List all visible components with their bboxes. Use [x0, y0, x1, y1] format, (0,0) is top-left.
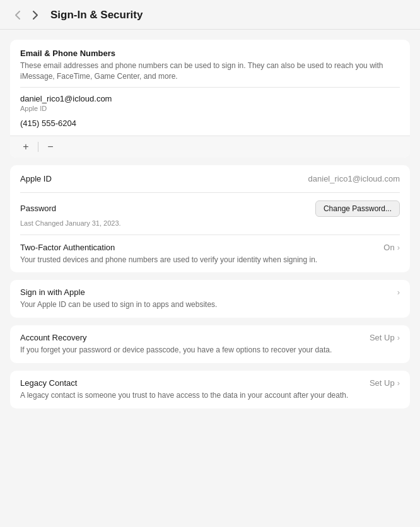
window: Sign-In & Security Email & Phone Numbers… [0, 0, 420, 527]
legacy-setup-right: Set Up › [370, 378, 400, 388]
email-value: daniel_rico1@icloud.com [20, 94, 400, 103]
add-remove-row: + − [10, 136, 410, 158]
legacy-chevron-icon: › [397, 378, 400, 388]
nav-buttons [10, 8, 43, 23]
back-icon [15, 10, 21, 20]
recovery-top: Account Recovery Set Up › [20, 333, 400, 342]
siwa-chevron-icon: › [397, 287, 400, 297]
recovery-section: Account Recovery Set Up › If you forget … [10, 325, 410, 363]
tfa-desc: Your trusted devices and phone numbers a… [20, 255, 400, 265]
password-section: Password Change Password... Last Changed… [10, 193, 410, 235]
email-phone-desc: These email addresses and phone numbers … [20, 61, 400, 82]
tfa-section[interactable]: Two-Factor Authentication On › Your trus… [10, 235, 410, 273]
siwa-card[interactable]: Sign in with Apple › Your Apple ID can b… [10, 280, 410, 318]
apple-id-label: Apple ID [20, 174, 52, 183]
legacy-section: Legacy Contact Set Up › A legacy contact… [10, 371, 410, 408]
back-button[interactable] [10, 8, 25, 23]
phone-row: (415) 555-6204 [10, 113, 410, 136]
tfa-right: On › [383, 243, 400, 252]
legacy-desc: A legacy contact is someone you trust to… [20, 390, 400, 401]
forward-button[interactable] [28, 8, 43, 23]
email-phone-title: Email & Phone Numbers [20, 49, 400, 58]
tfa-chevron-icon: › [397, 243, 400, 252]
email-phone-card: Email & Phone Numbers These email addres… [10, 40, 410, 158]
btn-divider [38, 142, 38, 152]
recovery-card[interactable]: Account Recovery Set Up › If you forget … [10, 325, 410, 363]
siwa-top: Sign in with Apple › [20, 287, 400, 297]
legacy-setup-label: Set Up [370, 378, 395, 388]
siwa-label: Sign in with Apple [20, 287, 85, 297]
email-phone-header: Email & Phone Numbers These email addres… [10, 40, 410, 87]
recovery-chevron-icon: › [397, 333, 400, 342]
main-content: Email & Phone Numbers These email addres… [0, 30, 420, 527]
recovery-setup-right: Set Up › [370, 333, 400, 342]
recovery-desc: If you forget your password or device pa… [20, 345, 400, 356]
phone-value: (415) 555-6204 [20, 119, 400, 128]
siwa-section: Sign in with Apple › Your Apple ID can b… [10, 280, 410, 318]
remove-button[interactable]: − [44, 140, 57, 154]
siwa-desc: Your Apple ID can be used to sign in to … [20, 299, 400, 310]
recovery-setup-label: Set Up [370, 333, 395, 342]
header: Sign-In & Security [0, 0, 420, 30]
tfa-status: On [383, 243, 394, 252]
apple-id-sub-label: Apple ID [20, 105, 400, 112]
recovery-label: Account Recovery [20, 333, 87, 342]
legacy-label: Legacy Contact [20, 378, 77, 388]
email-row: daniel_rico1@icloud.com Apple ID [10, 88, 410, 113]
tfa-label: Two-Factor Authentication [20, 243, 115, 252]
apple-id-value: daniel_rico1@icloud.com [308, 174, 400, 183]
page-title: Sign-In & Security [50, 9, 143, 21]
apple-id-card: Apple ID daniel_rico1@icloud.com Passwor… [10, 165, 410, 273]
last-changed-text: Last Changed January 31, 2023. [20, 219, 400, 227]
password-top: Password Change Password... [20, 200, 400, 217]
add-button[interactable]: + [19, 140, 33, 154]
legacy-card[interactable]: Legacy Contact Set Up › A legacy contact… [10, 371, 410, 408]
forward-icon [32, 10, 38, 20]
password-label: Password [20, 204, 56, 213]
legacy-top: Legacy Contact Set Up › [20, 378, 400, 388]
tfa-top: Two-Factor Authentication On › [20, 243, 400, 252]
change-password-button[interactable]: Change Password... [315, 200, 400, 217]
apple-id-row: Apple ID daniel_rico1@icloud.com [10, 165, 410, 192]
